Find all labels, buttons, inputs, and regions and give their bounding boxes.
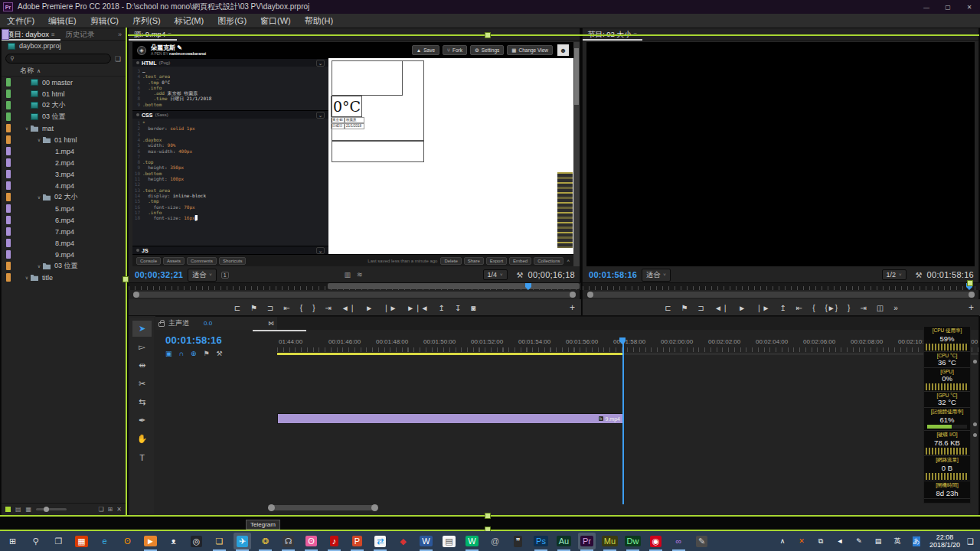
mark-out-button[interactable]: ⊐ [267, 304, 273, 312]
timeline-ruler[interactable]: 01:44:0000:01:46:0000:01:48:0000:01:50:0… [277, 336, 978, 352]
media-player-icon[interactable]: ► [142, 533, 159, 549]
capture-handle[interactable] [485, 32, 491, 38]
twirl-arrow-icon[interactable]: ∨ [35, 137, 43, 142]
menu-item[interactable]: 标记(M) [168, 14, 211, 28]
list-view-button[interactable]: ▤ [15, 506, 21, 513]
insert-button[interactable]: ↥ [439, 304, 445, 312]
source-settings-button[interactable]: 1 [221, 272, 229, 279]
panel-overflow-chevron[interactable]: » [118, 31, 126, 38]
touch-keyboard-icon[interactable]: ▤ [872, 535, 884, 547]
menu-item[interactable]: 剪辑(C) [83, 14, 126, 28]
project-item[interactable]: ∨ 5.mp4 [2, 203, 126, 214]
label-color-chip[interactable] [6, 239, 11, 247]
diamond-app-icon[interactable]: ◆ [394, 533, 412, 549]
go-to-in-button[interactable]: ⇤ [283, 304, 289, 312]
step-forward-button[interactable]: ❘► [383, 304, 397, 312]
icon-view-button[interactable]: ▦ [26, 506, 32, 513]
play-button[interactable]: ► [365, 304, 373, 312]
project-item[interactable]: ∨ 7.mp4 [2, 226, 126, 237]
menu-item[interactable]: 编辑(E) [41, 14, 83, 28]
label-color-chip[interactable] [6, 78, 11, 86]
button-editor-plus[interactable]: + [969, 302, 974, 313]
ime-language-indicator[interactable]: 英 [891, 535, 903, 547]
step-back-button[interactable]: ◄❘ [714, 304, 728, 312]
owl-app-icon[interactable]: ʘ [302, 533, 320, 549]
export-frame-button[interactable]: ◙ [471, 304, 475, 312]
snap-toggle[interactable]: ∩ [179, 350, 184, 357]
telegram-icon[interactable]: ✈ [234, 533, 251, 549]
mark-in-button[interactable]: ⊏ [665, 304, 671, 312]
twirl-arrow-icon[interactable]: ∨ [35, 263, 43, 269]
label-color-chip[interactable] [6, 193, 11, 201]
label-color-chip[interactable] [6, 147, 11, 155]
label-color-chip[interactable] [6, 90, 11, 98]
quote-app-icon[interactable]: ❞ [509, 533, 527, 549]
slip-tool[interactable]: ⇆ [132, 394, 152, 410]
timeline-settings-button[interactable]: ⚒ [217, 350, 223, 357]
store-icon[interactable]: ▦ [73, 533, 90, 549]
track-select-forward-tool[interactable]: ▻ [132, 339, 152, 355]
timeline-playhead[interactable] [622, 339, 624, 504]
source-scrollbar[interactable] [133, 292, 576, 298]
add-marker-button[interactable]: ⚑ [681, 304, 688, 312]
step-back-button[interactable]: ◄❘ [341, 304, 355, 312]
program-scrubber[interactable] [583, 282, 980, 290]
source-fit-dropdown[interactable]: 适合˅ [188, 269, 217, 282]
project-item[interactable]: ∨ 02 大小 [2, 99, 126, 111]
spiral-app-icon[interactable]: @ [486, 533, 504, 549]
avast-icon[interactable]: ✕ [795, 535, 808, 547]
project-item[interactable]: ∨ 4.mp4 [2, 180, 126, 191]
label-color-chip[interactable] [6, 273, 11, 282]
powerpoint-icon[interactable]: P [348, 533, 366, 549]
fox-app-icon[interactable]: ᴥ [165, 533, 182, 549]
label-color-chip[interactable] [6, 112, 11, 121]
menu-item[interactable]: 文件(F) [0, 14, 41, 28]
paint-app-icon[interactable]: ❂ [256, 533, 274, 549]
label-color-chip[interactable] [6, 135, 11, 144]
firefox-icon[interactable]: ʘ [119, 533, 136, 549]
minimize-button[interactable]: — [916, 0, 937, 14]
photoshop-icon[interactable]: Ps [532, 533, 550, 549]
add-marker-button[interactable]: ⚑ [250, 304, 257, 312]
search-icon[interactable]: ⚲ [27, 533, 44, 549]
edge-icon[interactable]: e [96, 533, 113, 549]
volume-icon[interactable]: ◄ [834, 535, 846, 547]
label-color-chip[interactable] [6, 262, 11, 270]
new-item-button[interactable]: ⊞ [108, 506, 113, 513]
mark-in-button[interactable]: ⊏ [234, 304, 240, 312]
premiere-icon[interactable]: Pr [578, 533, 596, 549]
hand-tool[interactable]: ✋ [132, 431, 152, 447]
source-video-area[interactable]: ◈ 朵麗克斯 ✎ A PEN BY nanimonowakaranai ▲Sav… [132, 42, 577, 266]
export-frame-button[interactable]: ↥ [779, 304, 786, 312]
project-item[interactable]: ∨ 3.mp4 [2, 168, 126, 180]
play-in-out-button[interactable]: {►} [825, 304, 838, 312]
razor-tool[interactable]: ✂ [132, 376, 152, 392]
project-item[interactable]: ∨ 2.mp4 [2, 157, 126, 168]
delete-button[interactable]: ✕ [116, 506, 122, 513]
play-button[interactable]: ► [738, 304, 746, 312]
project-item[interactable]: ∨ 03 位置 [2, 260, 126, 272]
word-icon[interactable]: W [417, 533, 435, 549]
label-color-chip[interactable] [6, 101, 11, 109]
twirl-arrow-icon[interactable]: ∨ [23, 275, 31, 280]
pen-tool[interactable]: ✒ [132, 412, 152, 429]
go-to-out-button[interactable]: ⇥ [860, 304, 866, 312]
program-scrollbar[interactable] [587, 292, 975, 298]
compare-button[interactable]: ◫ [877, 304, 884, 312]
start-button[interactable]: ⊞ [4, 533, 21, 549]
button-editor-plus[interactable]: + [570, 302, 575, 313]
out-brace-button[interactable]: } [848, 304, 850, 312]
label-color-chip[interactable] [6, 158, 11, 167]
project-item[interactable]: ∨ 00 master [2, 77, 126, 88]
new-bin-button[interactable]: ❏ [98, 506, 103, 513]
timeline-zoom-scrollbar[interactable] [270, 505, 377, 510]
search-input[interactable]: ⚲ [5, 54, 111, 64]
twirl-arrow-icon[interactable]: ∨ [35, 194, 43, 200]
settings-wrench-icon[interactable]: ⚒ [916, 271, 923, 279]
obs-icon[interactable]: ◎ [188, 533, 205, 549]
label-color-chip[interactable] [6, 170, 11, 178]
capture-handle[interactable] [485, 513, 491, 519]
zoom-slider[interactable] [36, 508, 67, 510]
lock-icon[interactable] [158, 322, 165, 327]
project-item[interactable]: ∨ 1.mp4 [2, 145, 126, 157]
